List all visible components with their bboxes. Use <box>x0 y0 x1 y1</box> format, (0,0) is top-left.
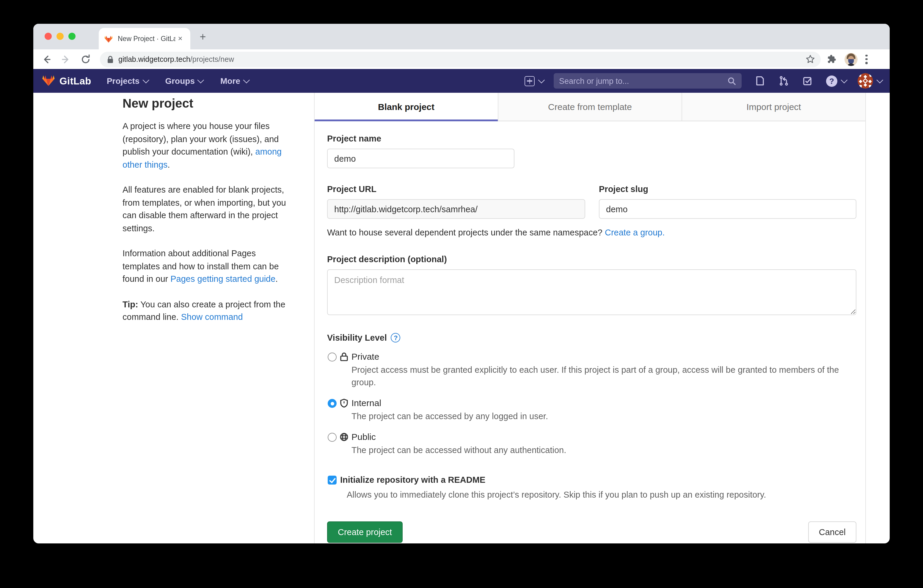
project-slug-label: Project slug <box>599 184 856 194</box>
back-icon[interactable] <box>41 53 53 65</box>
project-description-field[interactable] <box>327 269 856 315</box>
lock-icon <box>340 352 348 361</box>
sidebar-paragraph: Information about additional Pages templ… <box>123 247 292 286</box>
page-content: New project A project is where you house… <box>33 93 890 520</box>
toolbar-right <box>827 53 871 66</box>
visibility-option-internal[interactable]: Internal The project can be accessed by … <box>327 398 856 423</box>
lock-icon <box>107 55 113 63</box>
readme-label: Initialize repository with a README <box>340 475 485 485</box>
todo-check-icon[interactable] <box>802 76 813 86</box>
chevron-down-icon <box>197 77 204 84</box>
visibility-level-label: Visibility Level <box>327 333 856 342</box>
gitlab-favicon <box>104 34 113 43</box>
sidebar-help-column: New project A project is where you house… <box>123 96 292 336</box>
cancel-button[interactable]: Cancel <box>808 521 856 543</box>
navbar-right: Search or jump to... <box>524 73 881 89</box>
internal-radio[interactable] <box>328 399 337 408</box>
gitlab-logo[interactable] <box>42 74 55 87</box>
readme-option[interactable]: Initialize repository with a README Allo… <box>327 475 856 501</box>
chevron-down-icon <box>143 77 149 84</box>
private-radio[interactable] <box>328 353 337 361</box>
form-actions: Create project Cancel <box>327 521 856 543</box>
project-type-tabs: Blank project Create from template Impor… <box>315 93 866 121</box>
navbar-menu-more[interactable]: More <box>220 76 248 85</box>
url-bar[interactable]: gitlab.widgetcorp.tech/projects/new <box>100 51 821 67</box>
chevron-down-icon[interactable] <box>841 77 848 84</box>
browser-tabstrip: New Project · GitLab <box>33 24 890 49</box>
globe-icon <box>340 432 348 442</box>
search-placeholder: Search or jump to... <box>559 76 629 85</box>
navbar-menus: Projects Groups More <box>107 76 248 85</box>
project-name-label: Project name <box>327 134 856 143</box>
url-host: gitlab.widgetcorp.tech <box>118 55 190 63</box>
page-title: New project <box>123 96 292 110</box>
new-tab-button[interactable] <box>196 31 209 44</box>
visibility-option-private[interactable]: Private Project access must be granted e… <box>327 351 856 389</box>
user-avatar[interactable] <box>857 73 873 89</box>
url-text: gitlab.widgetcorp.tech/projects/new <box>118 55 234 63</box>
reload-icon[interactable] <box>80 53 92 65</box>
readme-checkbox[interactable] <box>328 476 337 485</box>
help-icon[interactable] <box>826 75 838 87</box>
browser-toolbar: gitlab.widgetcorp.tech/projects/new <box>33 49 890 69</box>
namespace-hint: Want to house several dependent projects… <box>327 228 856 237</box>
sidebar-paragraph: All features are enabled for blank proje… <box>123 184 292 235</box>
pages-guide-link[interactable]: Pages getting started guide <box>171 274 275 284</box>
bookmark-star-icon[interactable] <box>805 54 815 64</box>
tab-close-icon[interactable] <box>176 34 185 43</box>
show-command-link[interactable]: Show command <box>181 312 243 322</box>
search-icon <box>728 76 736 85</box>
project-url-field[interactable] <box>327 199 585 219</box>
browser-tab[interactable]: New Project · GitLab <box>99 28 190 49</box>
project-name-field[interactable] <box>327 149 514 168</box>
gitlab-navbar: GitLab Projects Groups More Search or ju… <box>33 69 890 93</box>
tab-create-from-template[interactable]: Create from template <box>498 93 682 121</box>
forward-icon[interactable] <box>60 53 72 65</box>
project-url-label: Project URL <box>327 184 585 194</box>
browser-profile-avatar[interactable] <box>844 53 857 66</box>
tab-blank-project[interactable]: Blank project <box>315 93 498 121</box>
zoom-window-button[interactable] <box>68 33 76 40</box>
navbar-menu-projects[interactable]: Projects <box>107 76 148 85</box>
shield-icon <box>340 398 348 408</box>
create-project-button[interactable]: Create project <box>327 521 402 543</box>
readme-desc: Allows you to immediately clone this pro… <box>347 489 856 501</box>
new-menu-plus-icon[interactable] <box>524 76 535 86</box>
sidebar-paragraph: A project is where you house your files … <box>123 120 292 171</box>
visibility-option-public[interactable]: Public The project can be accessed witho… <box>327 432 856 457</box>
new-project-panel: Blank project Create from template Impor… <box>314 93 866 544</box>
search-input[interactable]: Search or jump to... <box>553 73 742 89</box>
minimize-window-button[interactable] <box>56 33 64 40</box>
traffic-lights <box>44 33 76 40</box>
blank-project-form: Project name Project URL Project slug Wa… <box>315 121 866 544</box>
merge-request-icon[interactable] <box>778 76 789 86</box>
screen: New Project · GitLab <box>0 0 923 588</box>
browser-menu-icon[interactable] <box>866 54 868 64</box>
public-radio[interactable] <box>328 433 337 442</box>
create-a-group-link[interactable]: Create a group. <box>605 228 665 237</box>
tab-title: New Project · GitLab <box>118 35 176 42</box>
chevron-down-icon[interactable] <box>877 77 884 84</box>
gitlab-wordmark[interactable]: GitLab <box>59 75 91 87</box>
browser-window: New Project · GitLab <box>33 24 890 544</box>
issues-icon[interactable] <box>755 76 765 86</box>
chevron-down-icon <box>243 77 250 84</box>
visibility-help-icon[interactable] <box>391 333 401 342</box>
chevron-down-icon[interactable] <box>538 77 545 84</box>
close-window-button[interactable] <box>44 33 52 40</box>
project-slug-field[interactable] <box>599 199 856 219</box>
tab-import-project[interactable]: Import project <box>682 93 866 121</box>
extensions-icon[interactable] <box>827 54 837 64</box>
sidebar-tip: Tip: You can also create a project from … <box>123 298 292 324</box>
navbar-menu-groups[interactable]: Groups <box>165 76 202 85</box>
url-path: /projects/new <box>190 55 234 63</box>
project-description-label: Project description (optional) <box>327 255 856 264</box>
